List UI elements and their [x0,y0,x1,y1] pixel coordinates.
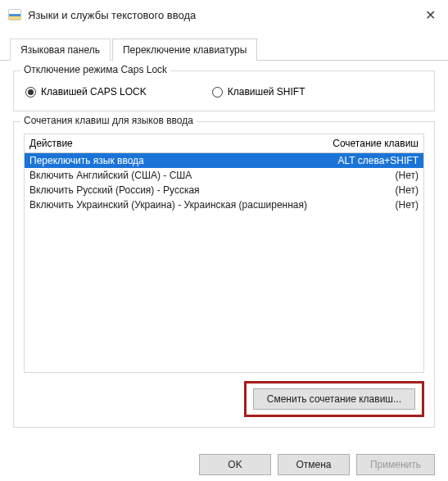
list-header: Действие Сочетание клавиш [24,134,424,153]
apply-button[interactable]: Применить [356,454,435,475]
tab-language-panel[interactable]: Языковая панель [10,39,111,61]
hotkeys-list[interactable]: Переключить язык ввода ALT слева+SHIFT В… [24,153,424,373]
list-row[interactable]: Включить Русский (Россия) - Русская (Нет… [25,183,423,197]
capslock-group: Отключение режима Caps Lock Клавишей CAP… [13,70,435,111]
tab-pane: Отключение режима Caps Lock Клавишей CAP… [0,61,448,446]
dialog-footer: OK Отмена Применить [0,446,448,481]
list-row[interactable]: Включить Английский (США) - США (Нет) [25,168,423,183]
list-row[interactable]: Переключить язык ввода ALT слева+SHIFT [25,153,423,168]
radio-icon [25,87,36,98]
col-combo: Сочетание клавиш [333,138,419,149]
cell-combo: ALT слева+SHIFT [338,155,419,166]
highlight-box: Сменить сочетание клавиш... [244,381,424,417]
cell-combo: (Нет) [396,199,419,211]
cell-action: Включить Английский (США) - США [29,170,192,181]
col-action: Действие [29,138,73,149]
change-hotkey-button[interactable]: Сменить сочетание клавиш... [253,388,415,410]
hotkeys-group-title: Сочетания клавиш для языков ввода [20,115,197,126]
app-icon [8,9,21,20]
radio-label: Клавишей SHIFT [228,86,305,98]
tab-keyboard-switch[interactable]: Переключение клавиатуры [112,39,257,61]
tabstrip: Языковая панель Переключение клавиатуры [0,38,448,61]
titlebar: Языки и службы текстового ввода ✕ [0,0,448,29]
cancel-button[interactable]: Отмена [278,454,350,475]
radio-icon [212,87,223,98]
radio-label: Клавишей CAPS LOCK [41,86,147,98]
hotkeys-group: Сочетания клавиш для языков ввода Действ… [13,121,435,428]
cell-combo: (Нет) [396,170,419,181]
cell-combo: (Нет) [396,184,419,196]
close-icon[interactable]: ✕ [420,7,440,23]
cell-action: Переключить язык ввода [29,155,144,166]
radio-capslock-key[interactable]: Клавишей CAPS LOCK [25,86,147,98]
ok-button[interactable]: OK [199,454,271,475]
cell-action: Включить Русский (Россия) - Русская [29,184,200,196]
window-title: Языки и службы текстового ввода [28,9,420,21]
capslock-group-title: Отключение режима Caps Lock [20,64,170,75]
radio-shift-key[interactable]: Клавишей SHIFT [212,86,305,98]
cell-action: Включить Украинский (Украина) - Украинск… [29,199,307,211]
list-row[interactable]: Включить Украинский (Украина) - Украинск… [25,197,423,212]
